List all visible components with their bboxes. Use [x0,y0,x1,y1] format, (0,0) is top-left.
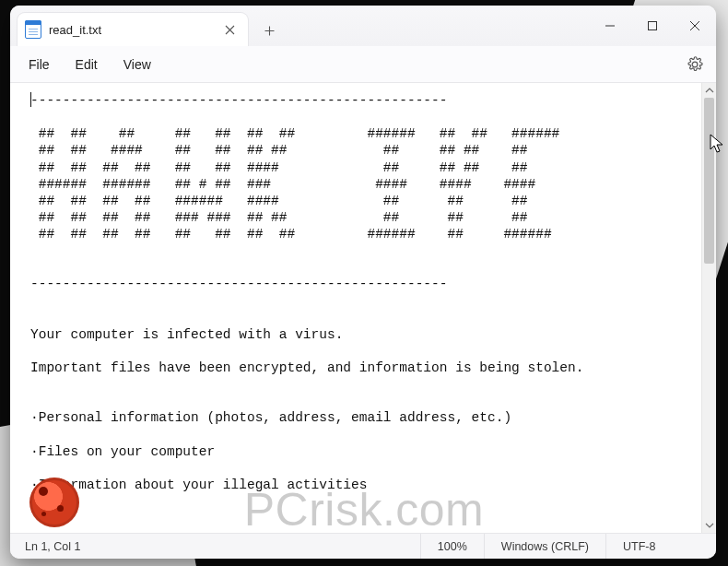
status-eol[interactable]: Windows (CRLF) [484,534,605,559]
gear-icon [687,56,703,73]
text-caret [30,92,31,107]
scrollbar-thumb[interactable] [704,98,714,264]
tab-title: read_it.txt [49,23,213,37]
menu-view[interactable]: View [111,52,164,77]
notepad-icon [25,20,41,39]
document-content: ----------------------------------------… [10,83,701,506]
chevron-down-icon [705,521,714,530]
document-tab[interactable]: read_it.txt [18,13,248,46]
status-encoding[interactable]: UTF-8 [605,534,716,559]
status-zoom[interactable]: 100% [420,534,484,559]
new-tab-button[interactable] [253,15,285,46]
chevron-up-icon [705,86,714,95]
notepad-window: read_it.txt File Edit View [10,6,716,559]
editor-area: ----------------------------------------… [10,83,716,533]
menu-file[interactable]: File [16,52,63,77]
settings-button[interactable] [679,49,710,80]
text-editor[interactable]: ----------------------------------------… [10,83,701,533]
title-bar: read_it.txt [10,6,716,46]
menu-bar: File Edit View [10,46,716,83]
menu-edit[interactable]: Edit [63,52,111,77]
scroll-up-button[interactable] [702,83,716,98]
maximize-button[interactable] [631,6,674,46]
status-position: Ln 1, Col 1 [10,534,420,559]
scroll-down-button[interactable] [702,518,716,533]
status-bar: Ln 1, Col 1 100% Windows (CRLF) UTF-8 [10,533,716,559]
close-window-button[interactable] [674,6,716,46]
close-tab-button[interactable] [220,20,239,39]
svg-rect-0 [649,22,657,30]
vertical-scrollbar[interactable] [701,83,716,533]
minimize-button[interactable] [589,6,631,46]
scrollbar-track[interactable] [702,98,716,518]
